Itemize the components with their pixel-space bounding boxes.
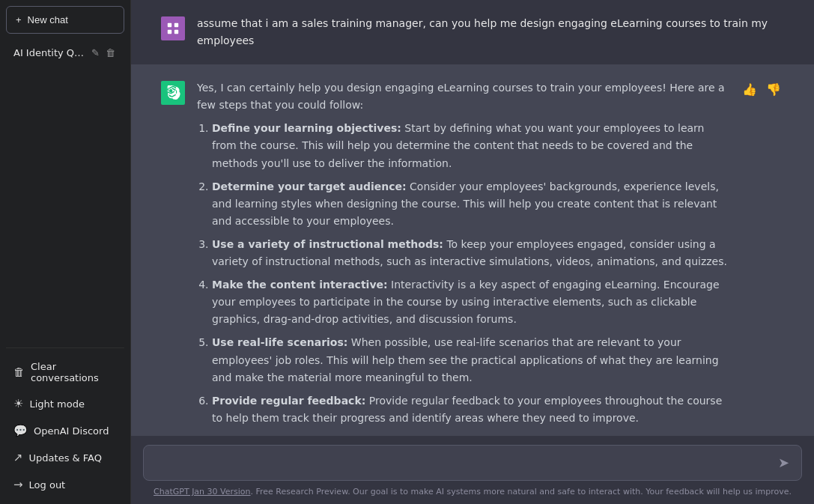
light-mode-item[interactable]: ☀ Light mode: [6, 390, 124, 417]
delete-chat-button[interactable]: 🗑: [104, 46, 117, 60]
svg-rect-1: [174, 23, 178, 27]
main-content: assume that i am a sales training manage…: [131, 0, 814, 504]
sidebar: + New chat AI Identity Query ✎ 🗑 🗑 Clear…: [0, 0, 131, 504]
list-item: Define your learning objectives: Start b…: [212, 120, 727, 171]
clear-icon: 🗑: [13, 365, 25, 379]
svg-rect-0: [168, 23, 171, 27]
chat-item-label: AI Identity Query: [13, 47, 90, 58]
step-title-5: Use real-life scenarios:: [212, 336, 347, 348]
step-title-2: Determine your target audience:: [212, 180, 407, 192]
send-button[interactable]: ➤: [777, 453, 791, 473]
logout-icon: →: [13, 478, 23, 491]
step-title-6: Provide regular feedback:: [212, 395, 365, 407]
openai-discord-label: OpenAI Discord: [34, 425, 109, 437]
thumbs-up-button[interactable]: 👍: [739, 81, 760, 98]
message-actions: 👍 👎: [739, 79, 784, 436]
clear-conversations-item[interactable]: 🗑 Clear conversations: [6, 354, 124, 390]
chat-input[interactable]: [154, 457, 771, 469]
clear-conversations-label: Clear conversations: [31, 361, 117, 383]
ai-message-content: Yes, I can certainly help you design eng…: [197, 79, 727, 436]
input-area: ➤: [131, 436, 814, 481]
ai-avatar: [161, 81, 185, 105]
ai-message-row: Yes, I can certainly help you design eng…: [131, 64, 814, 436]
list-item: Make the content interactive: Interactiv…: [212, 276, 727, 328]
chat-area: assume that i am a sales training manage…: [131, 0, 814, 436]
new-chat-button[interactable]: + New chat: [6, 6, 124, 34]
ai-intro-text: Yes, I can certainly help you design eng…: [197, 79, 727, 114]
discord-icon: 💬: [13, 424, 28, 437]
svg-rect-2: [168, 30, 171, 34]
user-avatar: [161, 16, 185, 40]
sun-icon: ☀: [13, 397, 23, 410]
thumbs-down-button[interactable]: 👎: [763, 81, 784, 98]
log-out-item[interactable]: → Log out: [6, 471, 124, 498]
step-title-1: Define your learning objectives:: [212, 122, 401, 134]
list-item: Provide regular feedback: Provide regula…: [212, 392, 727, 427]
external-link-icon: ↗: [13, 451, 23, 464]
plus-icon: +: [16, 14, 22, 25]
new-chat-label: New chat: [28, 14, 68, 25]
list-item: Use a variety of instructional methods: …: [212, 236, 727, 270]
footer-note: ChatGPT Jan 30 Version. Free Research Pr…: [131, 481, 814, 504]
updates-faq-label: Updates & FAQ: [29, 452, 102, 464]
edit-chat-button[interactable]: ✎: [90, 46, 101, 60]
openai-discord-item[interactable]: 💬 OpenAI Discord: [6, 417, 124, 444]
list-item: Use real-life scenarios: When possible, …: [212, 334, 727, 386]
user-message-text: assume that i am a sales training manage…: [197, 15, 784, 49]
sidebar-footer: 🗑 Clear conversations ☀ Light mode 💬 Ope…: [6, 347, 124, 498]
svg-rect-3: [174, 30, 178, 34]
send-icon: ➤: [778, 455, 789, 470]
step-title-3: Use a variety of instructional methods:: [212, 238, 443, 250]
footer-text: ChatGPT Jan 30 Version. Free Research Pr…: [154, 487, 792, 497]
user-message-row: assume that i am a sales training manage…: [131, 0, 814, 64]
chatgpt-version-link[interactable]: ChatGPT Jan 30 Version: [154, 487, 250, 497]
list-item: Determine your target audience: Consider…: [212, 178, 727, 230]
light-mode-label: Light mode: [29, 398, 84, 410]
input-box: ➤: [143, 445, 802, 481]
updates-faq-item[interactable]: ↗ Updates & FAQ: [6, 444, 124, 471]
sidebar-item-ai-identity-query[interactable]: AI Identity Query ✎ 🗑: [6, 40, 124, 66]
log-out-label: Log out: [29, 479, 66, 491]
chat-item-icons: ✎ 🗑: [90, 46, 117, 60]
ai-steps-list: Define your learning objectives: Start b…: [197, 120, 727, 436]
chat-history: AI Identity Query ✎ 🗑: [6, 40, 124, 344]
step-title-4: Make the content interactive:: [212, 279, 388, 291]
